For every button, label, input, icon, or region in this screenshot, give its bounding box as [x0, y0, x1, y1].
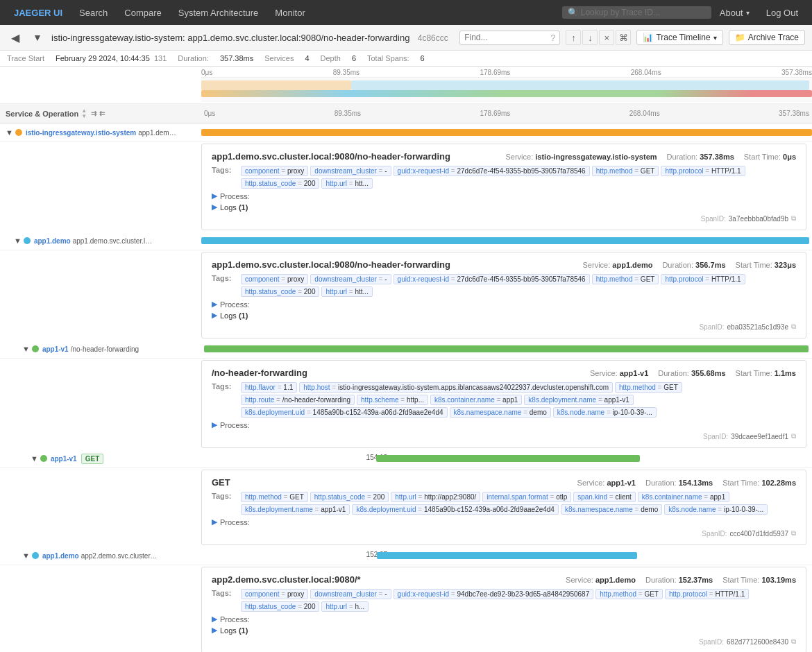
- time-2: 178.69ms: [480, 110, 510, 117]
- tl-label-3: 268.04ms: [631, 69, 661, 76]
- collapse-all-icon[interactable]: ⇇: [99, 110, 105, 117]
- span-detail-istio: app1.demo.svc.cluster.local:9080/no-head…: [201, 144, 806, 230]
- about-btn[interactable]: About ▾: [711, 0, 758, 25]
- tag-status-app1demo2: http.status_code = 200: [241, 601, 319, 612]
- service-col-header[interactable]: Service & Operation ▲ ▼ ⇉ ⇇: [0, 108, 201, 119]
- logout-btn[interactable]: Log Out: [758, 0, 806, 25]
- tl-label-4: 357.38ms: [781, 69, 812, 76]
- tag-k8s-container-get: k8s.container.name = app1: [638, 492, 729, 502]
- nav-monitor[interactable]: Monitor: [267, 0, 313, 25]
- detail-title-get: GET: [212, 477, 230, 488]
- collapse-icon-app1demo[interactable]: ▼: [14, 237, 22, 245]
- trace-info-bar: Trace Start February 29 2024, 10:44:35 1…: [0, 51, 812, 67]
- time-4: 357.38ms: [779, 110, 809, 117]
- copy-spanid-icon-istio[interactable]: ⧉: [791, 214, 796, 223]
- tags-label-app1v1: Tags:: [212, 382, 238, 391]
- svc-name-app1v1-get: app1-v1: [51, 455, 77, 463]
- trace-start-label: Trace Start: [7, 54, 44, 62]
- collapse-icon-istio[interactable]: ▼: [6, 128, 13, 137]
- tags-list-app1demo2: component = proxy downstream_cluster = -…: [241, 589, 796, 612]
- color-dot-app1v1: [32, 345, 39, 352]
- process-row-istio[interactable]: ▶ Process:: [212, 191, 796, 200]
- tag-k8s-ns-get: k8s.namespace.name = demo: [561, 504, 662, 515]
- collapse-icon-app1v1[interactable]: ▼: [22, 345, 30, 353]
- logs-label-istio: Logs (1): [220, 203, 248, 212]
- span-bar-app1v1-get: [376, 455, 640, 462]
- span-row-app1demo[interactable]: ▼ app1.demo app1.demo.svc.cluster.local:…: [0, 232, 812, 250]
- process-row-app1demo[interactable]: ▶ Process:: [212, 300, 796, 309]
- trace-services-label: Services: [264, 54, 294, 62]
- tl-label-2: 178.69ms: [480, 69, 510, 76]
- tags-row-app1demo: Tags: component = proxy downstream_clust…: [212, 274, 796, 297]
- collapse-icon-app1v1-get[interactable]: ▼: [31, 454, 38, 463]
- logs-row-app1demo[interactable]: ▶ Logs (1): [212, 311, 796, 320]
- tag-flavor: http.flavor = 1.1: [241, 382, 297, 393]
- process-row-app1demo2[interactable]: ▶ Process:: [212, 615, 796, 624]
- logs-row-istio[interactable]: ▶ Logs (1): [212, 203, 796, 212]
- find-box[interactable]: ?: [459, 31, 560, 45]
- tag-guid-istio: guid:x-request-id = 27dc6d7e-4f54-9355-b…: [394, 166, 590, 176]
- svc-name-app1demo2: app1.demo: [42, 552, 79, 560]
- tag-host: http.host = istio-ingressgateway.istio-s…: [299, 382, 613, 393]
- process-row-app1v1[interactable]: ▶ Process:: [212, 420, 796, 429]
- spanid-label-app1demo: SpanID:: [699, 323, 724, 331]
- time-3: 268.04ms: [629, 110, 660, 117]
- timeline-bg-bar-2: [351, 80, 809, 90]
- detail-title-app1v1: /no-header-forwarding: [212, 368, 307, 378]
- archive-trace-button[interactable]: 📁 Archive Trace: [729, 30, 805, 45]
- detail-header-istio: app1.demo.svc.cluster.local:9080/no-head…: [212, 151, 796, 162]
- trace-id-input[interactable]: [581, 8, 706, 17]
- detail-meta-app1demo2: Service: app1.demo Duration: 152.37ms St…: [566, 576, 796, 584]
- process-label-app1demo: Process:: [220, 300, 250, 309]
- copy-spanid-icon-app1demo2[interactable]: ⧉: [791, 637, 796, 646]
- timeline-bg-bar-1: [201, 80, 351, 90]
- span-row-app1demo2[interactable]: ▼ app1.demo app2.demo.svc.cluster.local:…: [0, 547, 812, 565]
- copy-spanid-icon-get[interactable]: ⧉: [791, 529, 796, 538]
- detail-header-get: GET Service: app1-v1 Duration: 154.13ms …: [212, 477, 796, 488]
- span-row-app1v1-get[interactable]: ▼ app1-v1 GET 154.13ms: [0, 449, 812, 468]
- clear-find-button[interactable]: ×: [599, 30, 614, 45]
- nav-system-architecture[interactable]: System Architecture: [170, 0, 267, 25]
- span-bar-area-app1demo2: 152.37ms: [201, 547, 812, 565]
- detail-start-get: Start Time: 102.28ms: [722, 479, 796, 487]
- detail-service-app1demo: Service: app1.demo: [583, 261, 653, 269]
- expand-all-icon[interactable]: ⇉: [91, 110, 96, 117]
- span-bar-app1demo2: [377, 552, 637, 559]
- spanid-row-get: SpanID: ccc4007d1fdd5937 ⧉: [212, 529, 796, 538]
- logs-row-app1demo2[interactable]: ▶ Logs (1): [212, 626, 796, 635]
- back-button[interactable]: ◀: [7, 29, 24, 46]
- next-result-button[interactable]: ↓: [582, 30, 598, 45]
- process-label-istio: Process:: [220, 192, 250, 200]
- search-icon: 🔍: [568, 8, 578, 17]
- tag-scheme-app1v1: http.scheme = http...: [357, 395, 428, 405]
- spanid-label-app1demo2: SpanID:: [699, 638, 724, 646]
- tags-label-app1demo2: Tags:: [212, 589, 238, 597]
- timeline-visual: [201, 77, 812, 102]
- trace-timeline-button[interactable]: 📊 Trace Timeline ▾: [636, 30, 722, 45]
- nav-search-box[interactable]: 🔍: [562, 6, 711, 19]
- collapse-button[interactable]: ▼: [29, 29, 46, 46]
- nav-compare[interactable]: Compare: [116, 0, 169, 25]
- op-name-app1demo: app1.demo.svc.cluster.local:9080/no-head…: [73, 237, 156, 245]
- copy-spanid-icon-app1demo[interactable]: ⧉: [791, 323, 796, 331]
- logs-label-app1demo2: Logs (1): [220, 626, 248, 635]
- prev-result-button[interactable]: ↑: [566, 30, 581, 45]
- collapse-icon-app1demo2[interactable]: ▼: [22, 551, 30, 560]
- copy-spanid-icon-app1v1[interactable]: ⧉: [791, 432, 796, 440]
- span-row-app1v1[interactable]: ▼ app1-v1 /no-header-forwarding: [0, 340, 812, 359]
- archive-label: Archive Trace: [748, 33, 799, 42]
- nav-search[interactable]: Search: [71, 0, 116, 25]
- detail-service-app1v1: Service: app1-v1: [590, 369, 648, 377]
- find-input[interactable]: [464, 33, 548, 42]
- span-row-istio[interactable]: ▼ istio-ingressgateway.istio-system app1…: [0, 123, 812, 142]
- tag-span-kind-get: span.kind = client: [573, 492, 636, 502]
- tag-component-app1demo: component = proxy: [241, 274, 308, 284]
- spanid-row-app1v1: SpanID: 39dcaee9ef1aedf1 ⧉: [212, 432, 796, 440]
- settings-button[interactable]: ⌘: [616, 30, 631, 45]
- tag-k8s-uid-get: k8s.deployment.uid = 1485a90b-c152-439a-…: [352, 504, 559, 515]
- spanid-label-istio: SpanID:: [701, 215, 726, 223]
- tag-component-app1demo2: component = proxy: [241, 589, 308, 599]
- trace-depth-value: 6: [352, 54, 356, 62]
- process-row-get[interactable]: ▶ Process:: [212, 517, 796, 526]
- span-label-app1v1-get: ▼ app1-v1 GET: [0, 449, 201, 467]
